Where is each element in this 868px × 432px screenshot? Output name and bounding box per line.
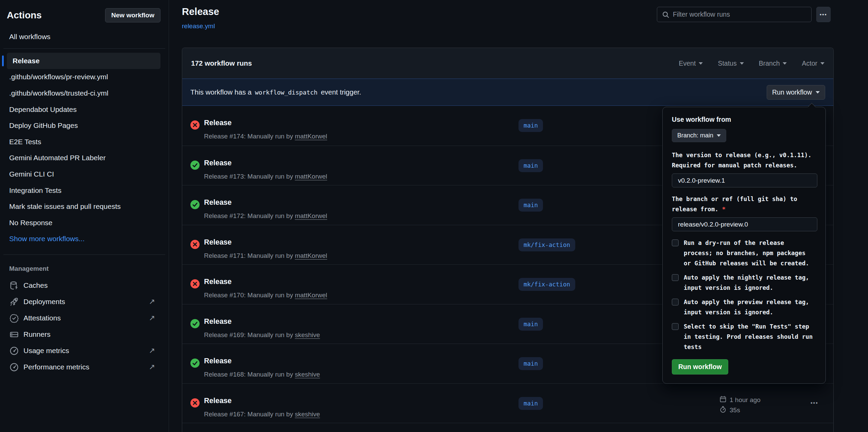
runs-count: 172 workflow runs [191,59,252,67]
checkbox-label: Run a dry-run of the release process; no… [684,238,814,268]
run-title-link[interactable]: Release [204,278,232,286]
run-title-link[interactable]: Release [204,357,232,365]
required-asterisk: * [722,206,726,213]
banner-text: This workflow has a workflow_dispatch ev… [190,88,361,96]
branch-chip[interactable]: main [518,357,543,370]
run-title-link[interactable]: Release [204,159,232,167]
filter-workflow-runs-box[interactable] [657,7,812,22]
sidebar-item-usage-metrics[interactable]: Usage metrics↗ [0,343,169,359]
success-icon [190,319,200,328]
new-workflow-button[interactable]: New workflow [105,8,160,22]
checkbox[interactable] [672,239,679,246]
filter-dropdown-actor[interactable]: Actor [802,60,824,67]
failure-icon [190,398,200,408]
management-section-title: Management [9,265,169,272]
run-description: Release #167: Manually run by skeshive [204,411,320,418]
actor-link[interactable]: mattKorwel [295,173,327,180]
runs-panel-header: 172 workflow runs EventStatusBranchActor [182,48,833,79]
sidebar-item-github-workflows-pr-review-yml[interactable]: .github/workflows/pr-review.yml [0,69,169,85]
actor-link[interactable]: skeshive [295,411,320,418]
workflow-run-row: ReleaseRelease #167: Manually run by ske… [182,383,833,423]
branch-chip[interactable]: main [518,318,543,331]
sidebar-item-github-workflows-trusted-ci-yml[interactable]: .github/workflows/trusted-ci.yml [0,85,169,101]
chevron-down-icon [740,62,744,65]
page-title: Release [182,6,219,17]
sidebar-item-gemini-cli-ci[interactable]: Gemini CLI CI [0,166,169,182]
run-title-link[interactable]: Release [204,397,232,405]
chevron-down-icon [699,62,703,65]
run-description: Release #173: Manually run by mattKorwel [204,173,327,180]
run-description: Release #171: Manually run by mattKorwel [204,252,327,260]
sidebar-item-e2e-tests[interactable]: E2E Tests [0,134,169,150]
branch-chip[interactable]: mk/fix-action [518,238,575,251]
management-list: CachesDeployments↗Attestations↗RunnersUs… [0,277,169,375]
failure-icon [190,279,200,288]
actor-link[interactable]: skeshive [295,331,320,338]
success-icon [190,359,200,368]
checkbox-label: Auto apply the nightly release tag, inpu… [684,272,814,293]
run-description: Release #172: Manually run by mattKorwel [204,212,327,220]
run-workflow-dropdown-button[interactable]: Run workflow [767,85,825,100]
sidebar-item-label: Deployments [23,298,149,306]
sidebar-item-show-more-workflows[interactable]: Show more workflows... [0,231,169,247]
run-title-link[interactable]: Release [204,317,232,326]
success-icon [190,200,200,209]
run-title-link[interactable]: Release [204,119,232,127]
calendar-icon [719,396,727,404]
sidebar-item-runners[interactable]: Runners [0,326,169,343]
sidebar-item-performance-metrics[interactable]: Performance metrics↗ [0,359,169,375]
runs-filter-dropdowns: EventStatusBranchActor [679,60,824,67]
run-duration: 35s [730,406,740,414]
sidebar-item-label: Caches [23,281,155,289]
actor-link[interactable]: mattKorwel [295,292,327,299]
checkbox[interactable] [672,299,679,305]
workflow-dispatch-banner: This workflow has a workflow_dispatch ev… [182,79,833,106]
branch-chip[interactable]: main [518,159,543,172]
run-title-link[interactable]: Release [204,198,232,207]
sidebar-divider [3,48,165,49]
cache-icon [10,281,19,290]
filter-dropdown-label: Branch [759,60,780,67]
popover-checkbox-row: Auto apply the nightly release tag, inpu… [672,272,816,293]
workflow-file-link[interactable]: release.yml [182,22,215,30]
actor-link[interactable]: mattKorwel [295,133,327,140]
filter-dropdown-branch[interactable]: Branch [759,60,787,67]
sidebar-item-dependabot-updates[interactable]: Dependabot Updates [0,101,169,118]
actor-link[interactable]: mattKorwel [295,212,327,219]
filter-dropdown-status[interactable]: Status [718,60,744,67]
checkbox[interactable] [672,274,679,281]
popover-checkbox-row: Run a dry-run of the release process; no… [672,238,816,268]
workflow-options-kebab-button[interactable]: ••• [816,7,831,22]
branch-chip[interactable]: main [518,199,543,212]
sidebar-item-all-workflows[interactable]: All workflows [9,33,169,41]
external-link-icon: ↗ [149,314,155,322]
sidebar-item-caches[interactable]: Caches [0,277,169,294]
sidebar-item-release[interactable]: Release [7,53,160,69]
branch-chip[interactable]: main [518,397,543,410]
branch-selector-button[interactable]: Branch: main [672,129,726,142]
sidebar-item-integration-tests[interactable]: Integration Tests [0,182,169,199]
checkbox[interactable] [672,323,679,330]
version-input[interactable] [672,173,817,187]
run-workflow-submit-button[interactable]: Run workflow [672,359,728,375]
sidebar-item-deployments[interactable]: Deployments↗ [0,294,169,310]
actor-link[interactable]: skeshive [295,371,320,378]
run-kebab-button[interactable]: ••• [811,400,818,406]
branch-chip[interactable]: main [518,119,543,132]
sidebar-item-no-response[interactable]: No Response [0,215,169,231]
popover-checkbox-group: Run a dry-run of the release process; no… [672,238,816,352]
sidebar-item-deploy-github-pages[interactable]: Deploy GitHub Pages [0,117,169,134]
branch-chip[interactable]: mk/fix-action [518,278,575,291]
filter-workflow-runs-input[interactable] [673,11,806,18]
sidebar-item-attestations[interactable]: Attestations↗ [0,310,169,326]
ref-help-text: The branch or ref (full git sha) to rele… [672,194,819,214]
filter-dropdown-event[interactable]: Event [679,60,703,67]
run-title-link[interactable]: Release [204,238,232,247]
sidebar-item-mark-stale-issues-and-pull-requests[interactable]: Mark stale issues and pull requests [0,198,169,215]
sidebar-item-gemini-automated-pr-labeler[interactable]: Gemini Automated PR Labeler [0,150,169,166]
ref-input[interactable] [672,217,817,231]
run-description: Release #169: Manually run by skeshive [204,331,320,339]
workflow-list: Release.github/workflows/pr-review.yml.g… [0,53,169,247]
checkbox-label: Select to skip the "Run Tests" step in t… [684,321,814,352]
actor-link[interactable]: mattKorwel [295,252,327,259]
